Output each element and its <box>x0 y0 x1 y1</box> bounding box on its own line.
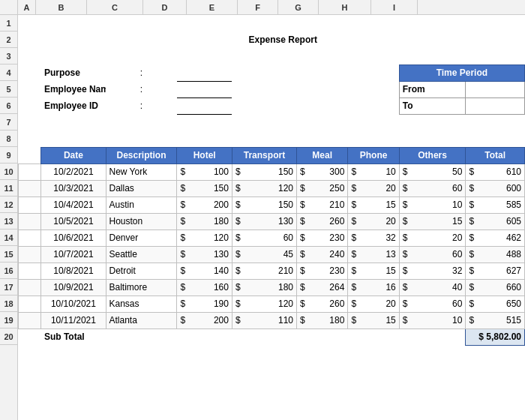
col-header-i: I <box>371 0 418 14</box>
purpose-label: Purpose <box>41 64 106 81</box>
desc-cell: Houston <box>106 213 177 230</box>
from-value[interactable] <box>466 81 525 98</box>
table-row: 10/2/2021New York$100$150$300$10$50$610 <box>19 164 525 180</box>
col-header-g: G <box>278 0 319 14</box>
col-transport-header: Transport <box>232 147 296 164</box>
row-number-12: 12 <box>0 196 17 213</box>
row-number-8: 8 <box>0 130 17 147</box>
col-others-header: Others <box>399 147 466 164</box>
employee-name-value[interactable] <box>177 81 232 98</box>
row-number-3: 3 <box>0 48 17 64</box>
date-cell: 10/9/2021 <box>41 279 106 296</box>
row-number-17: 17 <box>0 279 17 296</box>
spreadsheet-body: 1234567891011121314151617181920 <box>0 15 525 420</box>
col-header-h: H <box>319 0 371 14</box>
col-header-c: C <box>87 0 143 14</box>
row-numbers: 1234567891011121314151617181920 <box>0 15 18 420</box>
row-1 <box>19 15 525 32</box>
date-cell: 10/6/2021 <box>41 230 106 246</box>
desc-cell: Kansas <box>106 296 177 312</box>
to-value[interactable] <box>466 98 525 114</box>
date-cell: 10/3/2021 <box>41 180 106 196</box>
table-row: 10/11/2021Atlanta$200$110$180$15$10$515 <box>19 312 525 328</box>
col-header-f: F <box>238 0 278 14</box>
purpose-colon: : <box>106 64 177 81</box>
date-cell: 10/2/2021 <box>41 164 106 180</box>
row-number-1: 1 <box>0 15 17 32</box>
col-header-e: E <box>187 0 238 14</box>
row-number-15: 15 <box>0 246 17 262</box>
subtotal-value: $ 5,802.00 <box>466 328 525 345</box>
desc-cell: Denver <box>106 230 177 246</box>
table-row: 10/5/2021Houston$180$130$260$20$15$605 <box>19 213 525 230</box>
time-period-header: Time Period <box>399 64 524 81</box>
col-hotel-header: Hotel <box>177 147 232 164</box>
row-number-19: 19 <box>0 312 17 328</box>
subtotal-label: Sub Total <box>41 328 106 345</box>
row-number-18: 18 <box>0 296 17 312</box>
col-total-header: Total <box>466 147 525 164</box>
desc-cell: Atlanta <box>106 312 177 328</box>
table-row: 10/8/2021Detroit$140$210$230$15$32$627 <box>19 262 525 279</box>
empname-colon: : <box>106 81 177 98</box>
col-header-b: B <box>36 0 87 14</box>
spreadsheet: A B C D E F G H I 1234567891011121314151… <box>0 0 525 420</box>
column-headers: A B C D E F G H I <box>0 0 525 15</box>
purpose-value[interactable] <box>177 64 232 81</box>
desc-cell: Detroit <box>106 262 177 279</box>
table-row: 10/9/2021Baltimore$160$180$264$16$40$660 <box>19 279 525 296</box>
from-label: From <box>399 81 466 98</box>
grid-content: Expense Report Purpose : Tim <box>18 15 525 420</box>
row-subtotal: Sub Total $ 5,802.00 <box>19 328 525 345</box>
row-4-purpose: Purpose : Time Period <box>19 64 525 81</box>
row-3 <box>19 48 525 64</box>
col-header-d: D <box>143 0 187 14</box>
row-number-7: 7 <box>0 114 17 130</box>
row-number-10: 10 <box>0 164 17 180</box>
date-cell: 10/8/2021 <box>41 262 106 279</box>
table-row: 10/6/2021Denver$120$60$230$32$20$462 <box>19 230 525 246</box>
row-8 <box>19 130 525 147</box>
row-number-5: 5 <box>0 81 17 98</box>
desc-cell: Dallas <box>106 180 177 196</box>
report-title: Expense Report <box>41 32 525 48</box>
desc-cell: Austin <box>106 196 177 213</box>
row-5-empname: Employee Name : From <box>19 81 525 98</box>
row-number-13: 13 <box>0 213 17 230</box>
row-number-16: 16 <box>0 262 17 279</box>
row-6-empid: Employee ID : To <box>19 98 525 114</box>
desc-cell: New York <box>106 164 177 180</box>
corner-cell <box>0 0 18 14</box>
col-date-header: Date <box>41 147 106 164</box>
table-row: 10/7/2021Seattle$130$45$240$13$60$488 <box>19 246 525 262</box>
row-number-11: 11 <box>0 180 17 196</box>
sheet-table: Expense Report Purpose : Tim <box>18 15 525 346</box>
empid-colon: : <box>106 98 177 114</box>
employee-name-label: Employee Name <box>41 81 106 98</box>
col-header-a: A <box>18 0 36 14</box>
desc-cell: Seattle <box>106 246 177 262</box>
date-cell: 10/7/2021 <box>41 246 106 262</box>
date-cell: 10/5/2021 <box>41 213 106 230</box>
employee-id-label: Employee ID <box>41 98 106 114</box>
row-9-headers: Date Description Hotel Transport Meal Ph… <box>19 147 525 164</box>
table-row: 10/3/2021Dallas$150$120$250$20$60$600 <box>19 180 525 196</box>
date-cell: 10/4/2021 <box>41 196 106 213</box>
to-label: To <box>399 98 466 114</box>
col-phone-header: Phone <box>348 147 399 164</box>
col-desc-header: Description <box>106 147 177 164</box>
table-row: 10/4/2021Austin$200$150$210$15$10$585 <box>19 196 525 213</box>
row-number-6: 6 <box>0 98 17 114</box>
date-cell: 10/10/2021 <box>41 296 106 312</box>
row-2-title: Expense Report <box>19 32 525 48</box>
table-row: 10/10/2021Kansas$190$120$260$20$60$650 <box>19 296 525 312</box>
desc-cell: Baltimore <box>106 279 177 296</box>
row-number-20: 20 <box>0 328 17 345</box>
row-number-9: 9 <box>0 147 17 164</box>
date-cell: 10/11/2021 <box>41 312 106 328</box>
row-number-4: 4 <box>0 64 17 81</box>
row-number-2: 2 <box>0 32 17 48</box>
employee-id-value[interactable] <box>177 98 232 114</box>
col-meal-header: Meal <box>297 147 348 164</box>
row-number-14: 14 <box>0 230 17 246</box>
